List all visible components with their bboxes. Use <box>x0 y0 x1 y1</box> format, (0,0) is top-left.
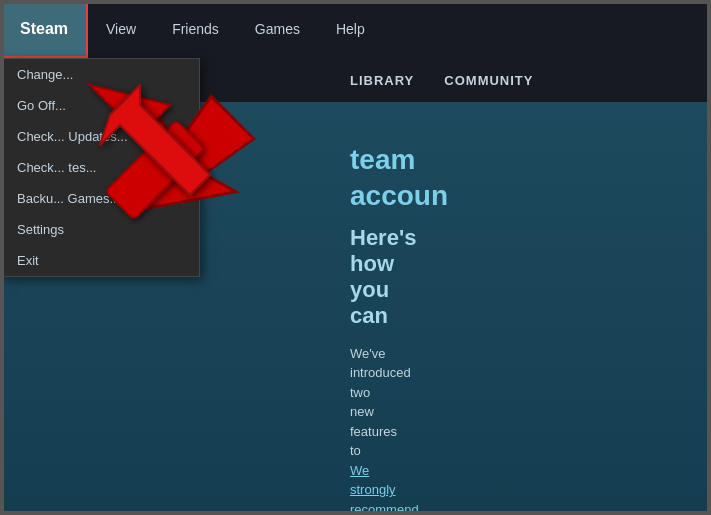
content-link[interactable]: We strongly recommend <box>350 463 419 515</box>
menu-bar: Steam View Friends Games Help <box>0 0 711 58</box>
dropdown-label-change: Change... <box>17 67 73 82</box>
content-body: We've introduced two new features to We … <box>0 329 711 515</box>
dropdown-item-check-updates[interactable]: Check... Updates... <box>1 121 199 152</box>
tab-community[interactable]: COMMUNITY <box>444 73 533 88</box>
subheading-text: Here's how you can <box>350 225 416 328</box>
dropdown-item-change[interactable]: Change... <box>1 59 199 90</box>
dropdown-label-exit: Exit <box>17 253 39 268</box>
view-menu-label: View <box>106 21 136 37</box>
friends-menu-label: Friends <box>172 21 219 37</box>
dropdown-item-settings[interactable]: Settings <box>1 214 199 245</box>
dropdown-label-go-offline: Go Off... <box>17 98 66 113</box>
heading-text: team accoun <box>350 144 448 211</box>
dropdown-item-check-tes[interactable]: Check... tes... <box>1 152 199 183</box>
dropdown-label-backup-games: Backu... Games... <box>17 191 120 206</box>
tab-library[interactable]: LIBRARY <box>350 73 414 88</box>
dropdown-item-backup-games[interactable]: Backu... Games... <box>1 183 199 214</box>
steam-menu-label: Steam <box>20 20 68 38</box>
dropdown-item-go-offline[interactable]: Go Off... <box>1 90 199 121</box>
tab-community-label: COMMUNITY <box>444 73 533 88</box>
menu-item-friends[interactable]: Friends <box>154 0 237 58</box>
dropdown-label-check-tes: Check... tes... <box>17 160 96 175</box>
menu-item-help[interactable]: Help <box>318 0 383 58</box>
body-text: We've introduced two new features to <box>350 346 411 459</box>
dropdown-label-check-updates: Check... Updates... <box>17 129 128 144</box>
menu-item-games[interactable]: Games <box>237 0 318 58</box>
menu-item-view[interactable]: View <box>88 0 154 58</box>
games-menu-label: Games <box>255 21 300 37</box>
dropdown-item-exit[interactable]: Exit <box>1 245 199 276</box>
steam-dropdown-menu: Change... Go Off... Check... Updates... … <box>0 58 200 277</box>
tab-library-label: LIBRARY <box>350 73 414 88</box>
help-menu-label: Help <box>336 21 365 37</box>
dropdown-label-settings: Settings <box>17 222 64 237</box>
menu-item-steam[interactable]: Steam <box>0 0 88 58</box>
